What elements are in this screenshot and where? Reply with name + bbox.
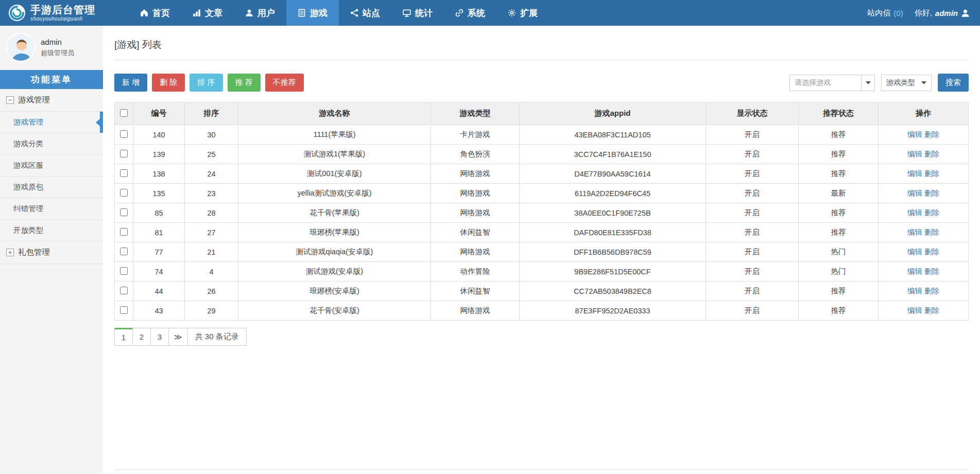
nav-item-label: 首页 <box>152 7 170 19</box>
footer: 感谢使用 梦创信息科技 游戏运营平台 V2.5 <box>114 469 969 474</box>
delete-link[interactable]: 删除 <box>924 189 939 197</box>
row-checkbox[interactable] <box>120 189 128 197</box>
nav-item-users[interactable]: 用户 <box>234 0 286 26</box>
recommend-button[interactable]: 推 荐 <box>228 74 261 92</box>
nav-item-games[interactable]: 游戏 <box>286 0 339 26</box>
edit-link[interactable]: 编辑 <box>907 306 922 314</box>
not-recommend-button[interactable]: 不推荐 <box>265 74 304 92</box>
sidebar-item-game-servers[interactable]: 游戏区服 <box>0 155 103 177</box>
monitor-icon <box>403 9 411 17</box>
cell-type: 卡片游戏 <box>431 125 520 145</box>
column-header-name: 游戏名称 <box>238 102 431 125</box>
next-page-button[interactable]: ≫ <box>168 328 188 346</box>
user-icon <box>245 9 253 17</box>
row-checkbox[interactable] <box>120 228 128 236</box>
edit-link[interactable]: 编辑 <box>907 150 922 158</box>
cell-name: 花千骨(安卓版) <box>238 301 431 321</box>
page-button-3[interactable]: 3 <box>150 328 169 346</box>
page-button-2[interactable]: 2 <box>132 328 151 346</box>
sidebar: admin 超级管理员 功能菜单 − 游戏管理 游戏管理 游戏分类 游戏区服 游… <box>0 26 103 474</box>
chart-icon <box>193 9 201 17</box>
cell-display: 开启 <box>706 242 799 262</box>
row-checkbox[interactable] <box>120 248 128 255</box>
edit-link[interactable]: 编辑 <box>907 267 922 275</box>
search-button[interactable]: 搜索 <box>938 74 969 92</box>
delete-link[interactable]: 删除 <box>924 150 939 158</box>
delete-link[interactable]: 删除 <box>924 287 939 295</box>
sidebar-item-game-packages[interactable]: 游戏原包 <box>0 177 103 198</box>
cell-type: 休闲益智 <box>431 223 520 242</box>
row-checkbox[interactable] <box>120 130 128 138</box>
cell-display: 开启 <box>706 203 799 223</box>
delete-link[interactable]: 删除 <box>924 208 939 217</box>
logo-texts: 手游后台管理 shouyouhoutaiguanli <box>30 5 95 22</box>
nav-item-extensions[interactable]: 扩展 <box>496 0 549 26</box>
edit-link[interactable]: 编辑 <box>907 208 922 217</box>
sort-button[interactable]: 排 序 <box>190 74 222 92</box>
nav-item-statistics[interactable]: 统计 <box>391 0 444 26</box>
edit-link[interactable]: 编辑 <box>907 130 922 138</box>
cell-recommend: 热门 <box>799 242 879 262</box>
table-row: 13523yellia测试游戏(安卓版)网络游戏6119A2D2ED94F6C4… <box>115 184 969 203</box>
select-all-checkbox[interactable] <box>120 109 128 117</box>
delete-link[interactable]: 删除 <box>924 130 939 138</box>
sidebar-item-open-types[interactable]: 开放类型 <box>0 220 103 241</box>
profile-role: 超级管理员 <box>41 48 74 58</box>
row-checkbox[interactable] <box>120 208 128 216</box>
edit-link[interactable]: 编辑 <box>907 189 922 197</box>
expand-icon: + <box>6 249 14 256</box>
edit-link[interactable]: 编辑 <box>907 169 922 178</box>
game-select[interactable]: 请选择游戏 <box>789 75 875 91</box>
row-actions-cell: 编辑 删除 <box>879 262 969 282</box>
nav-item-home[interactable]: 首页 <box>129 0 181 26</box>
edit-link[interactable]: 编辑 <box>907 228 922 236</box>
nav-item-system[interactable]: 系统 <box>444 0 496 26</box>
nav-item-label: 系统 <box>468 7 485 19</box>
main-nav: 首页 文章 用户 游戏 站点 统计 系统 扩展 <box>129 0 549 26</box>
table-row: 4426琅琊榜(安卓版)休闲益智CC72AB503849B2EC8开启推荐编辑 … <box>115 282 969 301</box>
cell-name: 琅琊榜(安卓版) <box>238 282 431 301</box>
edit-link[interactable]: 编辑 <box>907 248 922 256</box>
sidebar-section-game-management[interactable]: − 游戏管理 <box>0 89 103 112</box>
row-select-cell <box>115 301 133 321</box>
sidebar-item-error-management[interactable]: 纠错管理 <box>0 198 103 220</box>
pagination: 1 2 3 ≫ 共 30 条记录 <box>114 328 969 346</box>
edit-link[interactable]: 编辑 <box>907 287 922 295</box>
nav-item-sites[interactable]: 站点 <box>339 0 391 26</box>
messages-link[interactable]: 站内信 (0) <box>867 8 903 18</box>
cell-name: 花千骨(苹果版) <box>238 203 431 223</box>
delete-link[interactable]: 删除 <box>924 169 939 178</box>
cell-sort: 26 <box>185 282 238 301</box>
delete-link[interactable]: 删除 <box>924 267 939 275</box>
delete-link[interactable]: 删除 <box>924 306 939 314</box>
page-button-1[interactable]: 1 <box>114 328 133 346</box>
type-select[interactable]: 游戏类型 <box>881 75 932 91</box>
user-menu[interactable]: 你好, admin <box>915 8 970 18</box>
cell-display: 开启 <box>706 164 799 184</box>
game-select-value: 请选择游戏 <box>789 75 862 91</box>
table-row: 8127琅琊榜(苹果版)休闲益智DAFD80E81E335FD38开启推荐编辑 … <box>115 223 969 242</box>
row-checkbox[interactable] <box>120 287 128 294</box>
row-select-cell <box>115 184 133 203</box>
row-actions-cell: 编辑 删除 <box>879 282 969 301</box>
sidebar-item-game-management[interactable]: 游戏管理 <box>0 112 103 133</box>
row-checkbox[interactable] <box>120 169 128 177</box>
row-select-cell <box>115 262 133 282</box>
cell-sort: 29 <box>185 301 238 321</box>
column-header-actions: 操作 <box>879 102 969 125</box>
delete-link[interactable]: 删除 <box>924 248 939 256</box>
game-select-dropdown-button[interactable] <box>862 75 875 91</box>
delete-link[interactable]: 删除 <box>924 228 939 236</box>
nav-item-articles[interactable]: 文章 <box>181 0 234 26</box>
row-checkbox[interactable] <box>120 267 128 275</box>
delete-button[interactable]: 删 除 <box>152 74 185 92</box>
collapse-icon: − <box>6 96 14 104</box>
sidebar-section-gift-management[interactable]: + 礼包管理 <box>0 241 103 264</box>
row-checkbox[interactable] <box>120 306 128 314</box>
sidebar-item-game-categories[interactable]: 游戏分类 <box>0 133 103 155</box>
row-checkbox[interactable] <box>120 150 128 157</box>
add-button[interactable]: 新 增 <box>114 74 147 92</box>
cell-type: 网络游戏 <box>431 203 520 223</box>
user-icon <box>961 9 970 17</box>
row-select-cell <box>115 223 133 242</box>
